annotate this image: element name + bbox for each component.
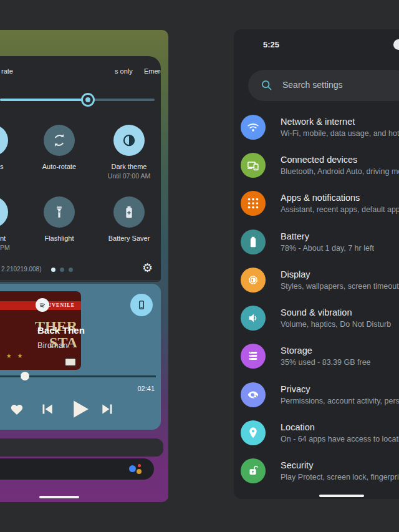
devices-icon [241,153,266,178]
settings-item-subtitle: Assistant, recent apps, default apps [281,205,399,214]
privacy-icon [241,382,266,407]
display-icon [241,268,266,293]
settings-item[interactable]: Connected devices Bluetooth, Android Aut… [234,146,399,184]
media-player-card[interactable]: JUVENILE THER STA ★ ★ ★ Back Then Birdma… [0,284,161,430]
home-indicator[interactable] [319,495,364,497]
page-dot [60,268,64,272]
settings-item-title: Location [281,422,399,432]
track-artist: Birdman [37,341,67,350]
settings-item-title: Battery [281,231,374,241]
partial-tile-icon [0,125,8,156]
qs-tile-label: Flashlight [28,234,90,243]
qs-status-right-fragment: Emerg [144,67,161,75]
google-search-bar[interactable] [0,458,154,480]
collapsed-notification[interactable] [0,438,163,457]
settings-item[interactable]: Location On - 64 apps have access to loc… [234,414,399,452]
dark-theme-status-icon [393,39,399,50]
settings-item-title: Apps & notifications [281,193,399,203]
qs-tile[interactable]: nt PM [0,196,8,228]
brightness-knob[interactable] [81,93,95,107]
qs-footer: 2.210219.008) ⚙ [0,262,161,277]
album-stars: ★ ★ ★ [0,352,24,359]
settings-item-title: Storage [281,346,371,355]
settings-item[interactable]: Security Play Protect, screen lock, fing… [234,452,399,490]
settings-item-subtitle: Styles, wallpapers, screen timeout, font [281,282,399,291]
google-assistant-icon [129,464,143,475]
page-dot [51,268,55,272]
wifi-icon [241,115,266,140]
settings-item-subtitle: Wi-Fi, mobile, data usage, and hotspot [281,129,399,138]
qs-page-indicator [51,268,73,272]
next-track-button[interactable] [100,401,116,417]
settings-list: Network & internet Wi-Fi, mobile, data u… [234,108,399,490]
settings-item[interactable]: Sound & vibration Volume, haptics, Do No… [234,299,399,337]
brightness-fill [0,99,88,101]
output-device-button[interactable] [130,294,153,316]
parental-advisory-label [65,358,76,366]
security-icon [241,458,266,483]
track-title: Back Then [37,325,85,336]
search-icon [260,79,273,92]
build-number-fragment: 2.210219.008) [1,266,42,273]
settings-item-title: Sound & vibration [281,307,391,317]
partial-tile-icon [0,196,8,228]
sound-icon [241,306,266,331]
settings-item-subtitle: 78% - About 1 day, 7 hr left [281,244,374,253]
page-dot [69,268,73,272]
search-settings-bar[interactable]: Search settings [248,70,399,101]
brightness-slider[interactable] [0,99,155,101]
settings-item-subtitle: Bluetooth, Android Auto, driving mode, N [281,167,399,176]
qs-tile-label: Dark theme [98,162,160,172]
spotify-icon [36,298,49,312]
play-button[interactable] [66,396,92,422]
left-phone-screenshot: rate s only Emerg s Auto-rotate Dark the… [0,30,168,502]
search-placeholder: Search settings [282,80,343,90]
settings-item[interactable]: Apps & notifications Assistant, recent a… [234,185,399,223]
settings-item[interactable]: Display Styles, wallpapers, screen timeo… [234,261,399,299]
settings-item-title: Connected devices [281,155,399,165]
qs-tile-label: Battery Saver [98,234,160,243]
settings-item-subtitle: Permissions, account activity, personal … [281,397,399,405]
auto-rotate-icon [44,125,75,156]
storage-icon [241,344,266,369]
settings-item[interactable]: Network & internet Wi-Fi, mobile, data u… [234,108,399,146]
track-duration: 02:41 [137,385,155,392]
seek-knob[interactable] [21,372,29,380]
settings-item-title: Display [281,269,399,279]
qs-tile[interactable]: Auto-rotate [44,125,75,156]
settings-item-title: Network & internet [281,117,399,127]
qs-tile-sublabel: Until 07:00 AM [98,172,160,181]
media-controls [0,395,161,425]
qs-tile-sublabel: PM [0,243,37,253]
settings-gear-icon[interactable]: ⚙ [142,261,153,275]
settings-item-title: Security [281,460,399,470]
settings-item[interactable]: Privacy Permissions, account activity, p… [234,375,399,414]
settings-item-subtitle: On - 64 apps have access to location [281,435,399,443]
qs-divider [0,281,161,281]
settings-item-subtitle: 35% used - 83.39 GB free [281,358,371,367]
qs-status-middle-fragment: s only [115,67,133,75]
qs-tile[interactable]: Dark theme Until 07:00 AM [113,125,145,156]
qs-tile-label: Auto-rotate [28,162,90,172]
qs-tile[interactable]: Flashlight [44,196,75,228]
apps-icon [241,191,266,216]
flashlight-icon [44,196,75,228]
location-icon [241,420,266,445]
right-phone-screenshot: 5:25 Search settings Network & internet … [234,29,399,499]
battery-saver-icon [113,196,145,228]
settings-item-title: Privacy [281,384,399,394]
home-indicator[interactable] [39,496,79,498]
qs-tile[interactable]: Battery Saver [113,196,145,228]
favorite-button[interactable] [9,401,25,417]
qs-status-left-fragment: rate [1,67,13,75]
status-bar-clock: 5:25 [263,40,279,49]
dark-theme-icon [113,125,145,156]
qs-status-row: rate s only Emerg [0,67,161,76]
settings-item[interactable]: Storage 35% used - 83.39 GB free [234,337,399,375]
settings-item[interactable]: Battery 78% - About 1 day, 7 hr left [234,223,399,261]
settings-item-subtitle: Play Protect, screen lock, fingerprint [281,473,399,481]
settings-item-subtitle: Volume, haptics, Do Not Disturb [281,320,391,329]
composite-screenshot: rate s only Emerg s Auto-rotate Dark the… [0,0,399,532]
qs-tile[interactable]: s [0,125,8,156]
previous-track-button[interactable] [39,401,55,417]
